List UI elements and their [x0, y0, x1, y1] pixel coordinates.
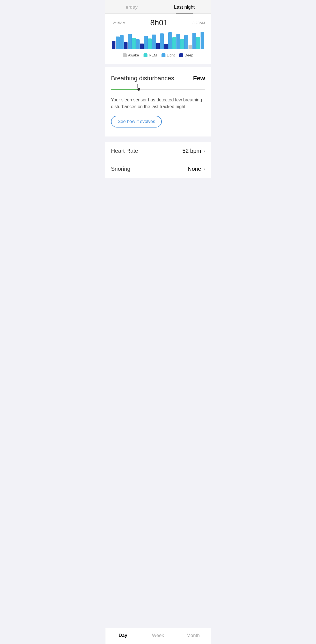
snoring-value: None: [188, 166, 201, 172]
awake-label: Awake: [128, 53, 139, 57]
heart-rate-value: 52 bpm: [182, 148, 201, 154]
sleep-bar: [128, 34, 131, 49]
top-tab-bar: erday Last night: [105, 0, 211, 14]
deep-label: Deep: [185, 53, 193, 57]
sleep-chart: [111, 29, 205, 49]
legend-awake: Awake: [123, 53, 139, 57]
divider-2: [105, 136, 211, 139]
sleep-bar: [132, 38, 136, 49]
heart-rate-row[interactable]: Heart Rate 52 bpm ›: [105, 142, 211, 160]
sleep-bar: [160, 33, 164, 49]
sleep-bar: [168, 32, 172, 49]
sleep-bar: [144, 36, 148, 49]
sleep-bar: [201, 32, 204, 49]
progress-tick: [137, 84, 137, 88]
breathing-value: Few: [193, 75, 205, 82]
sleep-bar: [164, 44, 168, 49]
sleep-bar: [124, 42, 128, 49]
metrics-section: Heart Rate 52 bpm › Snoring None ›: [105, 142, 211, 178]
bottom-spacer: [105, 178, 211, 197]
sleep-legend: Awake REM Light Deep: [111, 53, 205, 57]
legend-light: Light: [162, 53, 175, 57]
sleep-duration: 8h01: [150, 18, 168, 27]
snoring-chevron: ›: [203, 166, 205, 172]
progress-fill: [111, 89, 137, 90]
snoring-row[interactable]: Snoring None ›: [105, 160, 211, 178]
sleep-bar: [136, 39, 140, 49]
legend-deep: Deep: [179, 53, 193, 57]
awake-color-dot: [123, 53, 127, 57]
sleep-bar: [120, 35, 124, 49]
sleep-bar: [192, 33, 196, 49]
tab-last-night[interactable]: Last night: [158, 0, 211, 13]
sleep-bar: [152, 35, 156, 49]
sleep-start-time: 12:15AM: [111, 21, 126, 25]
sleep-bar: [156, 43, 160, 49]
tab-yesterday[interactable]: erday: [105, 0, 158, 13]
breathing-progress: [111, 89, 205, 90]
sleep-bar: [188, 45, 192, 49]
sleep-bar: [184, 35, 188, 49]
breathing-section: Breathing disturbances Few Your sleep se…: [105, 67, 211, 136]
heart-rate-label: Heart Rate: [111, 148, 138, 154]
sleep-bar: [180, 39, 184, 49]
light-color-dot: [162, 53, 165, 57]
heart-rate-value-row: 52 bpm ›: [182, 148, 205, 154]
sleep-bar: [148, 38, 152, 49]
sleep-bar: [116, 37, 119, 49]
rem-label: REM: [149, 53, 157, 57]
sleep-section: 12:15AM 8h01 8:28AM Awake REM Light Deep: [105, 14, 211, 64]
sleep-bar: [140, 44, 144, 49]
deep-color-dot: [179, 53, 183, 57]
legend-rem: REM: [144, 53, 157, 57]
snoring-label: Snoring: [111, 166, 130, 172]
breathing-description: Your sleep sensor has detected few breat…: [111, 97, 205, 110]
divider-1: [105, 64, 211, 67]
breathing-title: Breathing disturbances: [111, 75, 174, 82]
progress-dot: [137, 88, 140, 91]
sleep-times: 12:15AM 8h01 8:28AM: [111, 18, 205, 27]
progress-track: [111, 89, 205, 90]
sleep-bar: [112, 41, 115, 49]
heart-rate-chevron: ›: [203, 148, 205, 154]
breathing-header: Breathing disturbances Few: [111, 75, 205, 82]
sleep-bar: [176, 34, 180, 49]
sleep-bar: [196, 37, 200, 49]
snoring-value-row: None ›: [188, 166, 205, 172]
sleep-end-time: 8:28AM: [192, 21, 205, 25]
rem-color-dot: [144, 53, 147, 57]
sleep-bar: [172, 37, 176, 49]
see-evolves-button[interactable]: See how it evolves: [111, 116, 162, 128]
light-label: Light: [167, 53, 175, 57]
